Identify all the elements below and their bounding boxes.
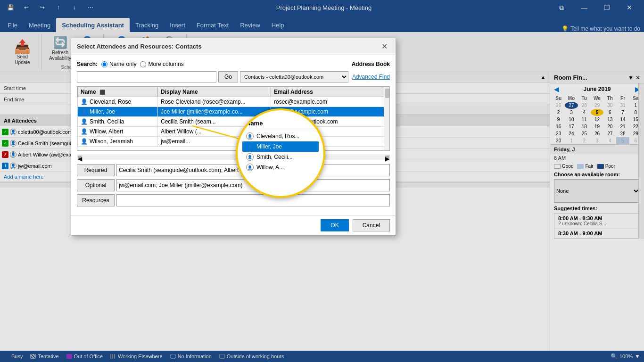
optional-button[interactable]: Optional xyxy=(77,179,115,191)
attendee-row[interactable]: 👤Willow, Albert Albert Willow (... @exam… xyxy=(78,127,389,137)
dialog-close-button[interactable]: ✕ xyxy=(379,41,390,52)
name-cell: 👤Smith, Cecilia xyxy=(78,117,158,127)
radio-more-columns[interactable]: More columns xyxy=(140,61,183,67)
name-cell: 👤Wilson, Jeramiah xyxy=(78,137,158,147)
advanced-find-link[interactable]: Advanced Find xyxy=(352,74,390,80)
go-button[interactable]: Go xyxy=(218,71,238,82)
resources-field-row: Resources xyxy=(77,194,390,206)
dialog-body: Search: Name only More columns Address B… xyxy=(71,55,396,215)
optional-field-row: Optional xyxy=(77,179,390,191)
radio-more-columns-label: More columns xyxy=(148,61,183,67)
name-cell: 👤Cleveland, Rose xyxy=(78,97,158,107)
person-icon: 👤 xyxy=(81,99,88,105)
zoom-name-3: Smith, Cecili... xyxy=(256,154,293,160)
select-attendees-dialog: Select Attendees and Resources: Contacts… xyxy=(71,38,396,236)
display-name-cell: Rose Cleveland (rosec@examp... xyxy=(158,97,271,107)
zoom-row-selected: 👤 Miller, Joe xyxy=(242,141,319,152)
dialog-buttons: OK Cancel xyxy=(71,215,396,235)
zoom-row: 👤 Smith, Cecili... xyxy=(242,152,319,162)
col-name: Name ⬛ xyxy=(78,87,158,97)
radio-name-only-input[interactable] xyxy=(101,61,107,67)
zoom-row: 👤 Willow, A... xyxy=(242,162,319,173)
cancel-button[interactable]: Cancel xyxy=(353,219,390,231)
name-cell: 👤Willow, Albert xyxy=(78,127,158,137)
email-cell: rosec@example.com xyxy=(271,97,389,107)
address-book-label: Address Book xyxy=(352,61,390,67)
search-input-row: Go Contacts - coletta00@outlook.com Adva… xyxy=(77,71,390,82)
search-label: Search: xyxy=(77,61,98,67)
attendee-table: Name ⬛ Display Name Email Address 👤Cleve… xyxy=(77,87,389,147)
hscroll-left[interactable]: ◀ xyxy=(78,156,82,160)
zoom-row: 👤 Cleveland, Ros... xyxy=(242,131,319,141)
zoom-name-1: Cleveland, Ros... xyxy=(256,133,299,140)
search-input[interactable] xyxy=(77,71,216,82)
person-icon: 👤 xyxy=(81,128,88,135)
scrollbar-thumb[interactable] xyxy=(385,89,389,98)
radio-name-only[interactable]: Name only xyxy=(101,61,136,67)
address-book-dropdown[interactable]: Contacts - coletta00@outlook.com xyxy=(240,71,348,82)
zoom-person-icon: 👤 xyxy=(246,132,254,140)
ok-button[interactable]: OK xyxy=(321,219,348,231)
search-options-row: Search: Name only More columns Address B… xyxy=(77,61,390,67)
col-email: Email Address xyxy=(271,87,389,97)
radio-name-only-label: Name only xyxy=(109,61,136,67)
zoom-content: Name 👤 Cleveland, Ros... 👤 Miller, Joe 👤… xyxy=(238,110,323,180)
attendee-table-container: Name ⬛ Display Name Email Address 👤Cleve… xyxy=(77,86,390,151)
hscroll-right[interactable]: ▶ xyxy=(385,156,389,160)
attendee-row[interactable]: 👤Smith, Cecilia Cecilia Smith (seam... s… xyxy=(78,117,389,127)
required-button[interactable]: Required xyxy=(77,164,115,176)
zoom-person-icon: 👤 xyxy=(246,164,254,171)
dialog-resize-handle[interactable] xyxy=(390,230,396,235)
hscroll-track[interactable] xyxy=(82,155,385,160)
dialog-title: Select Attendees and Resources: Contacts xyxy=(77,43,202,50)
table-scrollbar[interactable] xyxy=(384,87,389,150)
zoom-magnifier: Name 👤 Cleveland, Ros... 👤 Miller, Joe 👤… xyxy=(236,108,325,198)
zoom-person-icon: 👤 xyxy=(246,153,254,161)
col-display-name: Display Name xyxy=(158,87,271,97)
attendee-row[interactable]: 👤Wilson, Jeramiah jw@email... @email.com xyxy=(78,137,389,147)
attendee-row-selected[interactable]: 👤Miller, Joe Joe Miller (jmiller@example… xyxy=(78,107,389,117)
person-icon: 👤 xyxy=(81,118,88,125)
zoom-name-4: Willow, A... xyxy=(256,164,284,171)
table-hscrollbar[interactable]: ◀ ▶ xyxy=(77,155,390,160)
person-icon: 👤 xyxy=(81,108,88,115)
resources-button[interactable]: Resources xyxy=(77,194,115,206)
resources-input[interactable] xyxy=(116,194,390,206)
radio-more-columns-input[interactable] xyxy=(140,61,146,67)
sort-indicator: ⬛ xyxy=(99,90,105,95)
zoom-name-2: Miller, Joe xyxy=(256,143,282,150)
required-field-row: Required xyxy=(77,164,390,176)
name-cell: 👤Miller, Joe xyxy=(78,107,158,117)
attendee-row[interactable]: 👤Cleveland, Rose Rose Cleveland (rosec@e… xyxy=(78,97,389,107)
person-icon: 👤 xyxy=(81,138,88,145)
display-name-cell: Joe Miller (jmiller@example.co... xyxy=(158,107,271,117)
dialog-titlebar: Select Attendees and Resources: Contacts… xyxy=(71,38,396,55)
zoom-col-header: Name xyxy=(242,118,319,129)
dialog-overlay: Select Attendees and Resources: Contacts… xyxy=(0,0,644,362)
zoom-person-icon-selected: 👤 xyxy=(246,143,254,150)
